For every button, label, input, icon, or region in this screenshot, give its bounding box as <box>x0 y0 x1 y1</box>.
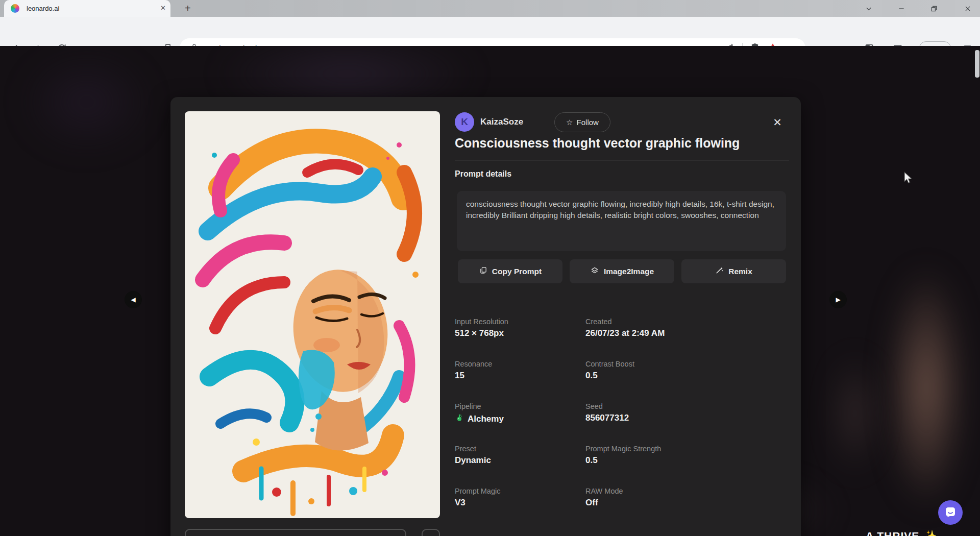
remix-label: Remix <box>728 267 752 276</box>
background-blur-blob <box>888 265 965 510</box>
detail-value: V3 <box>455 498 465 508</box>
previous-image-button[interactable]: ◀ <box>125 291 142 308</box>
screen: leonardo.ai ✕ + <box>0 0 980 536</box>
detail-value: Off <box>585 498 598 508</box>
divider <box>455 160 789 161</box>
detail-cell: Seed 856077312 <box>585 402 789 445</box>
detail-value: 856077312 <box>585 413 629 423</box>
detail-cell: Input Resolution 512 × 768px <box>455 318 585 360</box>
leonardo-favicon-icon <box>11 4 19 13</box>
layers-icon <box>590 266 599 277</box>
watermark-label: A THRIVE <box>866 530 919 536</box>
copy-icon <box>479 266 487 277</box>
detail-label: Pipeline <box>455 402 585 410</box>
generation-details-grid: Input Resolution 512 × 768px Created 26/… <box>455 318 789 529</box>
detail-cell: Prompt Magic Strength 0.5 <box>585 445 789 487</box>
detail-value: 0.5 <box>585 371 598 381</box>
support-chat-button[interactable] <box>938 500 963 525</box>
new-tab-button[interactable]: + <box>185 3 191 14</box>
follow-label: Follow <box>577 118 599 127</box>
prompt-text-box[interactable]: consciousness thought vector graphic flo… <box>457 191 786 251</box>
detail-cell: RAW Mode Off <box>585 487 789 529</box>
tab-close-icon[interactable]: ✕ <box>160 4 166 12</box>
close-window-button[interactable] <box>961 3 975 14</box>
alchemy-flask-icon <box>455 413 464 425</box>
tab-title: leonardo.ai <box>27 5 59 12</box>
detail-cell: Prompt Magic V3 <box>455 487 585 529</box>
prompt-text: consciousness thought vector graphic flo… <box>466 200 774 220</box>
sparkle-icon: ✨ <box>923 530 937 536</box>
next-image-button[interactable]: ▶ <box>829 291 847 308</box>
detail-value: Alchemy <box>468 414 504 424</box>
detail-label: Resonance <box>455 360 585 368</box>
bottom-strip-placeholder[interactable] <box>185 529 406 536</box>
detail-cell: Resonance 15 <box>455 360 585 402</box>
star-icon: ☆ <box>566 118 573 127</box>
bottom-strip-button[interactable] <box>422 529 440 536</box>
detail-label: Prompt Magic Strength <box>585 445 789 453</box>
avatar-initial: K <box>461 116 468 128</box>
detail-label: Created <box>585 318 789 326</box>
image2image-button[interactable]: Image2Image <box>570 259 674 283</box>
copy-prompt-button[interactable]: Copy Prompt <box>458 259 562 283</box>
generated-artwork-image[interactable] <box>185 111 440 518</box>
generation-detail-modal: K KaizaSoze ☆ Follow ✕ Consciousness tho… <box>170 97 801 536</box>
leonardo-page-background: K KaizaSoze ☆ Follow ✕ Consciousness tho… <box>0 46 980 536</box>
detail-cell: Created 26/07/23 at 2:49 AM <box>585 318 789 360</box>
detail-cell: Preset Dynamic <box>455 445 585 487</box>
prompt-action-buttons: Copy Prompt Image2Image Remix <box>458 259 786 283</box>
browser-titlebar: leonardo.ai ✕ + <box>0 0 980 17</box>
window-menu-chevron-icon[interactable] <box>862 3 876 14</box>
image2image-label: Image2Image <box>604 267 654 276</box>
browser-toolbar: app.leonardo.ai <box>0 17 980 46</box>
author-name[interactable]: KaizaSoze <box>480 117 523 127</box>
wand-icon <box>715 266 724 277</box>
artwork-illustration <box>185 111 440 518</box>
page-scrollbar-thumb[interactable] <box>975 50 979 78</box>
watermark-text: A THRIVE ✨ <box>866 530 937 536</box>
detail-cell: Contrast Boost 0.5 <box>585 360 789 402</box>
generation-title: Consciousness thought vector graphic flo… <box>455 136 792 151</box>
modal-close-icon[interactable]: ✕ <box>770 115 785 130</box>
detail-label: Prompt Magic <box>455 487 585 495</box>
detail-value: 0.5 <box>585 455 598 466</box>
avatar[interactable]: K <box>455 112 474 132</box>
browser-tab[interactable]: leonardo.ai ✕ <box>4 0 170 17</box>
detail-value: 15 <box>455 371 464 381</box>
arrow-right-icon: ▶ <box>836 296 840 303</box>
background-blur-blob <box>20 51 153 153</box>
detail-label: Input Resolution <box>455 318 585 326</box>
minimize-button[interactable] <box>894 3 909 14</box>
detail-label: Seed <box>585 402 789 410</box>
follow-button[interactable]: ☆ Follow <box>554 112 610 132</box>
detail-label: RAW Mode <box>585 487 789 495</box>
detail-cell: Pipeline Alchemy <box>455 402 585 445</box>
chat-bubble-icon <box>944 506 957 519</box>
copy-prompt-label: Copy Prompt <box>492 267 542 276</box>
detail-value: 512 × 768px <box>455 328 504 338</box>
arrow-left-icon: ◀ <box>131 296 135 303</box>
remix-button[interactable]: Remix <box>681 259 786 283</box>
detail-label: Preset <box>455 445 585 453</box>
background-blur-blob <box>832 352 878 475</box>
restore-button[interactable] <box>927 3 941 14</box>
detail-label: Contrast Boost <box>585 360 789 368</box>
detail-value: 26/07/23 at 2:49 AM <box>585 328 665 338</box>
prompt-details-heading: Prompt details <box>455 169 511 179</box>
detail-value: Dynamic <box>455 455 491 466</box>
